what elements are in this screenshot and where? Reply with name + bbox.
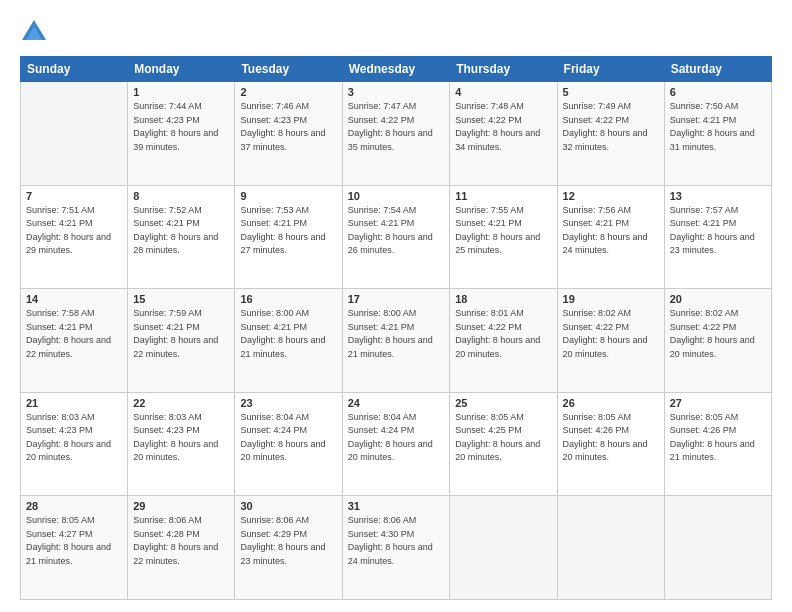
header-friday: Friday xyxy=(557,57,664,82)
day-number: 29 xyxy=(133,500,229,512)
day-cell xyxy=(450,496,557,600)
day-number: 21 xyxy=(26,397,122,409)
day-number: 19 xyxy=(563,293,659,305)
day-cell: 29Sunrise: 8:06 AMSunset: 4:28 PMDayligh… xyxy=(128,496,235,600)
day-cell: 11Sunrise: 7:55 AMSunset: 4:21 PMDayligh… xyxy=(450,185,557,289)
day-info: Sunrise: 7:59 AMSunset: 4:21 PMDaylight:… xyxy=(133,307,229,361)
week-row-0: 1Sunrise: 7:44 AMSunset: 4:23 PMDaylight… xyxy=(21,82,772,186)
day-number: 1 xyxy=(133,86,229,98)
day-info: Sunrise: 7:55 AMSunset: 4:21 PMDaylight:… xyxy=(455,204,551,258)
header-sunday: Sunday xyxy=(21,57,128,82)
day-number: 30 xyxy=(240,500,336,512)
day-number: 28 xyxy=(26,500,122,512)
day-info: Sunrise: 8:06 AMSunset: 4:28 PMDaylight:… xyxy=(133,514,229,568)
day-cell: 28Sunrise: 8:05 AMSunset: 4:27 PMDayligh… xyxy=(21,496,128,600)
day-info: Sunrise: 7:52 AMSunset: 4:21 PMDaylight:… xyxy=(133,204,229,258)
day-number: 27 xyxy=(670,397,766,409)
day-info: Sunrise: 7:54 AMSunset: 4:21 PMDaylight:… xyxy=(348,204,445,258)
day-info: Sunrise: 8:05 AMSunset: 4:27 PMDaylight:… xyxy=(26,514,122,568)
day-info: Sunrise: 7:49 AMSunset: 4:22 PMDaylight:… xyxy=(563,100,659,154)
day-cell: 14Sunrise: 7:58 AMSunset: 4:21 PMDayligh… xyxy=(21,289,128,393)
day-cell: 15Sunrise: 7:59 AMSunset: 4:21 PMDayligh… xyxy=(128,289,235,393)
day-number: 5 xyxy=(563,86,659,98)
day-info: Sunrise: 8:02 AMSunset: 4:22 PMDaylight:… xyxy=(670,307,766,361)
day-info: Sunrise: 7:53 AMSunset: 4:21 PMDaylight:… xyxy=(240,204,336,258)
week-row-3: 21Sunrise: 8:03 AMSunset: 4:23 PMDayligh… xyxy=(21,392,772,496)
day-number: 15 xyxy=(133,293,229,305)
day-info: Sunrise: 8:03 AMSunset: 4:23 PMDaylight:… xyxy=(133,411,229,465)
header-monday: Monday xyxy=(128,57,235,82)
day-cell: 19Sunrise: 8:02 AMSunset: 4:22 PMDayligh… xyxy=(557,289,664,393)
day-info: Sunrise: 8:06 AMSunset: 4:30 PMDaylight:… xyxy=(348,514,445,568)
header-wednesday: Wednesday xyxy=(342,57,450,82)
day-number: 18 xyxy=(455,293,551,305)
day-info: Sunrise: 7:50 AMSunset: 4:21 PMDaylight:… xyxy=(670,100,766,154)
day-number: 31 xyxy=(348,500,445,512)
day-cell: 2Sunrise: 7:46 AMSunset: 4:23 PMDaylight… xyxy=(235,82,342,186)
logo-icon xyxy=(20,18,48,46)
day-info: Sunrise: 8:01 AMSunset: 4:22 PMDaylight:… xyxy=(455,307,551,361)
week-row-4: 28Sunrise: 8:05 AMSunset: 4:27 PMDayligh… xyxy=(21,496,772,600)
day-cell: 13Sunrise: 7:57 AMSunset: 4:21 PMDayligh… xyxy=(664,185,771,289)
day-cell: 4Sunrise: 7:48 AMSunset: 4:22 PMDaylight… xyxy=(450,82,557,186)
day-info: Sunrise: 8:04 AMSunset: 4:24 PMDaylight:… xyxy=(348,411,445,465)
calendar-header-row: SundayMondayTuesdayWednesdayThursdayFrid… xyxy=(21,57,772,82)
day-cell: 23Sunrise: 8:04 AMSunset: 4:24 PMDayligh… xyxy=(235,392,342,496)
day-number: 13 xyxy=(670,190,766,202)
day-info: Sunrise: 7:48 AMSunset: 4:22 PMDaylight:… xyxy=(455,100,551,154)
day-number: 20 xyxy=(670,293,766,305)
day-info: Sunrise: 7:58 AMSunset: 4:21 PMDaylight:… xyxy=(26,307,122,361)
day-info: Sunrise: 7:44 AMSunset: 4:23 PMDaylight:… xyxy=(133,100,229,154)
day-cell: 10Sunrise: 7:54 AMSunset: 4:21 PMDayligh… xyxy=(342,185,450,289)
day-cell: 27Sunrise: 8:05 AMSunset: 4:26 PMDayligh… xyxy=(664,392,771,496)
week-row-1: 7Sunrise: 7:51 AMSunset: 4:21 PMDaylight… xyxy=(21,185,772,289)
day-cell: 21Sunrise: 8:03 AMSunset: 4:23 PMDayligh… xyxy=(21,392,128,496)
day-cell: 24Sunrise: 8:04 AMSunset: 4:24 PMDayligh… xyxy=(342,392,450,496)
day-number: 4 xyxy=(455,86,551,98)
day-cell: 7Sunrise: 7:51 AMSunset: 4:21 PMDaylight… xyxy=(21,185,128,289)
day-cell: 17Sunrise: 8:00 AMSunset: 4:21 PMDayligh… xyxy=(342,289,450,393)
day-info: Sunrise: 7:47 AMSunset: 4:22 PMDaylight:… xyxy=(348,100,445,154)
day-number: 12 xyxy=(563,190,659,202)
header-tuesday: Tuesday xyxy=(235,57,342,82)
day-cell xyxy=(664,496,771,600)
day-number: 6 xyxy=(670,86,766,98)
day-cell: 9Sunrise: 7:53 AMSunset: 4:21 PMDaylight… xyxy=(235,185,342,289)
day-number: 2 xyxy=(240,86,336,98)
day-cell: 16Sunrise: 8:00 AMSunset: 4:21 PMDayligh… xyxy=(235,289,342,393)
day-info: Sunrise: 8:03 AMSunset: 4:23 PMDaylight:… xyxy=(26,411,122,465)
header xyxy=(20,18,772,46)
day-cell: 30Sunrise: 8:06 AMSunset: 4:29 PMDayligh… xyxy=(235,496,342,600)
day-info: Sunrise: 8:06 AMSunset: 4:29 PMDaylight:… xyxy=(240,514,336,568)
page: SundayMondayTuesdayWednesdayThursdayFrid… xyxy=(0,0,792,612)
day-cell: 26Sunrise: 8:05 AMSunset: 4:26 PMDayligh… xyxy=(557,392,664,496)
day-info: Sunrise: 8:05 AMSunset: 4:26 PMDaylight:… xyxy=(670,411,766,465)
day-cell xyxy=(21,82,128,186)
day-cell: 20Sunrise: 8:02 AMSunset: 4:22 PMDayligh… xyxy=(664,289,771,393)
day-cell: 18Sunrise: 8:01 AMSunset: 4:22 PMDayligh… xyxy=(450,289,557,393)
day-info: Sunrise: 8:05 AMSunset: 4:26 PMDaylight:… xyxy=(563,411,659,465)
day-cell: 22Sunrise: 8:03 AMSunset: 4:23 PMDayligh… xyxy=(128,392,235,496)
header-saturday: Saturday xyxy=(664,57,771,82)
day-number: 22 xyxy=(133,397,229,409)
day-info: Sunrise: 8:00 AMSunset: 4:21 PMDaylight:… xyxy=(348,307,445,361)
day-cell: 25Sunrise: 8:05 AMSunset: 4:25 PMDayligh… xyxy=(450,392,557,496)
day-cell: 12Sunrise: 7:56 AMSunset: 4:21 PMDayligh… xyxy=(557,185,664,289)
day-number: 16 xyxy=(240,293,336,305)
day-number: 7 xyxy=(26,190,122,202)
day-cell: 6Sunrise: 7:50 AMSunset: 4:21 PMDaylight… xyxy=(664,82,771,186)
day-cell: 31Sunrise: 8:06 AMSunset: 4:30 PMDayligh… xyxy=(342,496,450,600)
day-info: Sunrise: 7:57 AMSunset: 4:21 PMDaylight:… xyxy=(670,204,766,258)
day-info: Sunrise: 8:05 AMSunset: 4:25 PMDaylight:… xyxy=(455,411,551,465)
calendar-table: SundayMondayTuesdayWednesdayThursdayFrid… xyxy=(20,56,772,600)
day-number: 10 xyxy=(348,190,445,202)
day-info: Sunrise: 7:46 AMSunset: 4:23 PMDaylight:… xyxy=(240,100,336,154)
day-info: Sunrise: 7:56 AMSunset: 4:21 PMDaylight:… xyxy=(563,204,659,258)
week-row-2: 14Sunrise: 7:58 AMSunset: 4:21 PMDayligh… xyxy=(21,289,772,393)
day-number: 26 xyxy=(563,397,659,409)
day-cell: 3Sunrise: 7:47 AMSunset: 4:22 PMDaylight… xyxy=(342,82,450,186)
day-number: 14 xyxy=(26,293,122,305)
day-cell: 8Sunrise: 7:52 AMSunset: 4:21 PMDaylight… xyxy=(128,185,235,289)
day-info: Sunrise: 8:00 AMSunset: 4:21 PMDaylight:… xyxy=(240,307,336,361)
day-number: 8 xyxy=(133,190,229,202)
